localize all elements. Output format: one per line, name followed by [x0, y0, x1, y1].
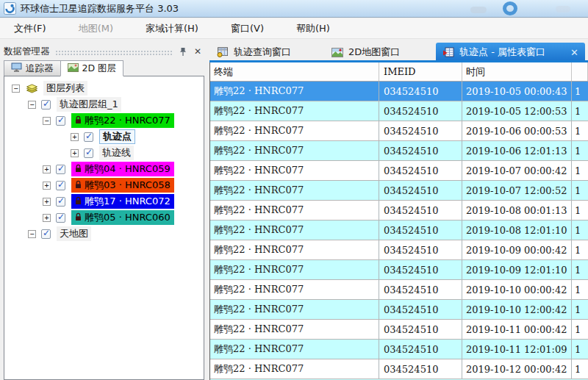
layer-checkbox[interactable] [41, 229, 51, 239]
tree-item[interactable]: −图层列表 [4, 80, 204, 96]
tree-item-label: 雕鸮05 · HNRC060 [85, 211, 171, 224]
layers-icon [25, 83, 39, 94]
tree-item-label: 轨迹点 [99, 129, 135, 144]
layer-checkbox[interactable] [84, 148, 93, 158]
tree-item-label: 雕鸮03 · HNRC058 [85, 179, 171, 192]
tree-item[interactable]: −雕鸮22 · HNRC077 [4, 112, 204, 129]
close-button[interactable] [556, 6, 570, 12]
tracker-color-chip[interactable]: 雕鸮03 · HNRC058 [71, 178, 174, 193]
tree-item-label: 雕鸮04 · HNRC059 [85, 162, 171, 176]
table-row[interactable]: 雕鸮22 · HNRC0770345245102019-10-08 00:01:… [210, 201, 588, 221]
tracker-color-chip[interactable]: 雕鸮05 · HNRC060 [71, 210, 174, 225]
menu-item[interactable]: 地图(M) [68, 20, 124, 37]
layer-checkbox[interactable] [41, 100, 51, 110]
panel-close-icon[interactable]: ✕ [192, 46, 204, 57]
expand-icon[interactable]: + [71, 133, 79, 141]
tree-item[interactable]: +雕鸮17 · HNRC072 [4, 193, 204, 209]
table-row[interactable]: 雕鸮22 · HNRC0770345245102019-10-07 12:00:… [210, 181, 588, 201]
layer-checkbox[interactable] [56, 181, 65, 190]
table-cell: 1 [572, 340, 588, 359]
table-cell: 034524510 [379, 280, 462, 299]
layer-checkbox[interactable] [84, 132, 93, 142]
tree-item[interactable]: −天地图 [4, 226, 204, 242]
track-query-icon [217, 47, 229, 57]
tree-item[interactable]: −轨迹图层组_1 [4, 96, 204, 112]
document-tab[interactable]: 轨迹点 - 属性表窗口✕ [436, 43, 585, 62]
column-header[interactable]: 终端 [210, 62, 379, 81]
layer-checkbox[interactable] [56, 213, 65, 223]
table-row[interactable]: 雕鸮22 · HNRC0770345245102019-10-11 00:00:… [210, 320, 588, 340]
column-header[interactable]: 时间 [462, 62, 572, 81]
menu-item[interactable]: 文件(F) [3, 20, 57, 37]
table-cell: 2019-10-06 00:00:53 [462, 121, 572, 140]
table-cell: 1 [572, 240, 588, 259]
column-header[interactable] [572, 62, 588, 81]
table-row[interactable]: 雕鸮22 · HNRC0770345245102019-10-10 00:00:… [210, 280, 588, 300]
table-row[interactable]: 雕鸮22 · HNRC0770345245102019-10-06 12:01:… [210, 141, 588, 161]
document-tab-label: 轨迹查询窗口 [234, 46, 291, 59]
left-tab-inactive[interactable]: 追踪器 [4, 60, 61, 76]
table-row[interactable]: 雕鸮22 · HNRC0770345245102019-10-05 12:00:… [210, 101, 588, 121]
table-cell: 034524510 [379, 320, 462, 339]
table-body: 雕鸮22 · HNRC0770345245102019-10-05 00:00:… [210, 82, 588, 380]
tab-close-icon[interactable]: ✕ [570, 47, 578, 58]
expand-icon[interactable]: + [43, 214, 51, 222]
left-panel-tabs: 追踪器2D 图层 [4, 60, 123, 76]
expand-icon[interactable]: + [43, 165, 51, 173]
layer-checkbox[interactable] [56, 116, 65, 126]
table-row[interactable]: 雕鸮22 · HNRC0770345245102019-10-08 12:01:… [210, 221, 588, 240]
table-cell: 034524510 [379, 221, 462, 240]
menu-item[interactable]: 帮助(H) [285, 20, 341, 37]
attribute-table: 终端IMEID时间 雕鸮22 · HNRC0770345245102019-10… [209, 62, 588, 380]
table-cell: 034524510 [379, 359, 462, 379]
minimize-button[interactable] [470, 7, 487, 13]
table-cell: 1 [572, 161, 588, 180]
collapse-icon[interactable]: − [12, 85, 20, 93]
table-row[interactable]: 雕鸮22 · HNRC0770345245102019-10-07 00:00:… [210, 161, 588, 181]
table-row[interactable]: 雕鸮22 · HNRC0770345245102019-10-09 00:00:… [210, 240, 588, 260]
menu-item[interactable]: 家域计算(H) [135, 20, 209, 37]
table-cell: 2019-10-05 00:00:43 [462, 82, 572, 101]
tree-item[interactable]: +雕鸮04 · HNRC059 [4, 161, 204, 177]
document-tab[interactable]: 2D地图窗口 [331, 44, 400, 60]
tree-item[interactable]: +轨迹点 [4, 129, 204, 145]
data-manager-title: 数据管理器 [4, 46, 50, 58]
tracker-color-chip[interactable]: 雕鸮17 · HNRC072 [71, 194, 174, 209]
table-row[interactable]: 雕鸮22 · HNRC0770345245102019-10-06 00:00:… [210, 121, 588, 141]
expand-icon[interactable]: + [71, 149, 79, 157]
collapse-icon[interactable]: − [28, 230, 36, 238]
table-row[interactable]: 雕鸮22 · HNRC0770345245102019-10-12 00:00:… [210, 359, 588, 379]
table-row[interactable]: 雕鸮22 · HNRC0770345245102019-10-10 12:00:… [210, 300, 588, 320]
table-row[interactable]: 雕鸮22 · HNRC0770345245102019-10-11 12:01:… [210, 340, 588, 359]
title-bar[interactable]: 环球信士卫星追踪数据服务平台 3.03 [0, 0, 588, 18]
left-tab-label: 追踪器 [26, 62, 54, 75]
tree-item[interactable]: +雕鸮03 · HNRC058 [4, 177, 204, 193]
layer-checkbox[interactable] [56, 197, 65, 207]
column-header[interactable]: IMEID [379, 62, 462, 81]
table-cell: 1 [572, 359, 588, 379]
maximize-button[interactable] [503, 1, 517, 15]
expand-icon[interactable]: + [43, 198, 51, 206]
tree-item[interactable]: +雕鸮05 · HNRC060 [4, 209, 204, 226]
table-cell: 雕鸮22 · HNRC077 [210, 240, 379, 259]
collapse-icon[interactable]: − [43, 117, 51, 125]
document-tab[interactable]: 轨迹查询窗口 [217, 44, 291, 60]
layer-checkbox[interactable] [56, 165, 65, 174]
lock-icon [75, 180, 82, 191]
tracker-color-chip[interactable]: 雕鸮22 · HNRC077 [71, 113, 174, 128]
pin-icon[interactable] [177, 46, 189, 57]
table-cell: 雕鸮22 · HNRC077 [210, 181, 379, 200]
collapse-icon[interactable]: − [28, 101, 36, 109]
left-tab-label: 2D 图层 [82, 62, 117, 75]
table-row[interactable]: 雕鸮22 · HNRC0770345245102019-10-05 00:00:… [210, 82, 588, 101]
table-cell: 2019-10-08 12:01:10 [462, 221, 572, 240]
table-cell: 1 [572, 221, 588, 240]
tracker-color-chip[interactable]: 雕鸮04 · HNRC059 [71, 162, 174, 176]
menu-item[interactable]: 窗口(V) [220, 20, 275, 37]
tree-item[interactable]: +轨迹线 [4, 145, 204, 161]
expand-icon[interactable]: + [43, 182, 51, 190]
menu-bar: 文件(F)地图(M)家域计算(H)窗口(V)帮助(H) [0, 18, 588, 39]
left-tab-active[interactable]: 2D 图层 [60, 60, 124, 76]
table-cell: 1 [572, 320, 588, 339]
table-row[interactable]: 雕鸮22 · HNRC0770345245102019-10-09 12:01:… [210, 260, 588, 280]
